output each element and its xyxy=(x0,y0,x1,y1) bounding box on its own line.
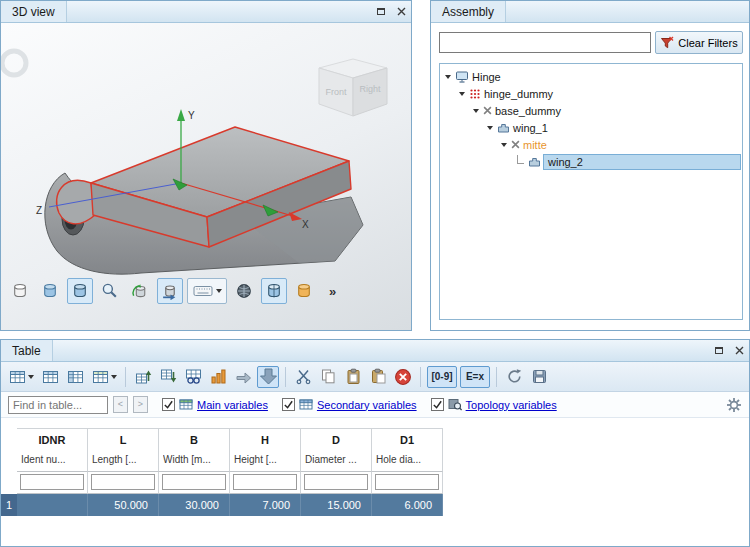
rotate-view-button[interactable] xyxy=(127,278,153,304)
transfer-down-button[interactable] xyxy=(257,366,279,388)
tree-item-base-dummy[interactable]: base_dummy xyxy=(440,102,742,119)
sort-columns-button[interactable] xyxy=(207,366,229,388)
column-header-d1[interactable]: D1Hole dia... xyxy=(372,428,443,472)
find-previous-button[interactable]: < xyxy=(113,396,128,413)
spin-cylinder-icon xyxy=(161,282,179,300)
filter-input-d[interactable] xyxy=(304,474,368,490)
find-next-button[interactable]: > xyxy=(133,396,148,413)
close-button[interactable] xyxy=(391,1,411,22)
checkbox xyxy=(282,398,295,411)
expander-icon[interactable] xyxy=(487,126,493,130)
solid-view-button[interactable] xyxy=(291,278,317,304)
close-icon xyxy=(735,346,744,355)
table-format-dropdown[interactable] xyxy=(89,366,119,388)
input-mode-dropdown[interactable] xyxy=(187,278,227,304)
tree-item-mitte[interactable]: mitte xyxy=(440,136,742,153)
table-row[interactable]: 1 50.000 30.000 7.000 15.000 6.000 xyxy=(1,494,443,516)
save-button[interactable] xyxy=(528,366,550,388)
table-layout-dropdown[interactable] xyxy=(6,366,36,388)
filter-input-d1[interactable] xyxy=(375,474,439,490)
cylinder-wireframe-button[interactable] xyxy=(7,278,33,304)
filter-input-idnr[interactable] xyxy=(20,474,84,490)
secondary-variables-label: Secondary variables xyxy=(317,399,417,411)
dock-button[interactable] xyxy=(371,1,391,22)
3d-view-panel: 3D view Front Right xyxy=(0,0,412,331)
apply-right-button[interactable] xyxy=(232,366,254,388)
tree-connector xyxy=(517,155,524,164)
numeric-toggle-label: [0-9] xyxy=(431,371,452,382)
tab-3d-view[interactable]: 3D view xyxy=(1,1,67,22)
checkbox xyxy=(162,398,175,411)
close-button[interactable] xyxy=(729,340,749,361)
expander-icon[interactable] xyxy=(501,143,507,147)
row-number[interactable]: 1 xyxy=(1,494,17,516)
column-header-h[interactable]: HHeight [... xyxy=(230,428,301,472)
cell-d[interactable]: 15.000 xyxy=(301,494,372,516)
secondary-variables-checkbox[interactable]: Secondary variables xyxy=(282,398,417,411)
cylinder-shaded-edges-button[interactable] xyxy=(67,278,93,304)
expander-icon[interactable] xyxy=(445,75,451,79)
filter-input-l[interactable] xyxy=(91,474,155,490)
cell-idnr[interactable] xyxy=(17,494,88,516)
filter-input-b[interactable] xyxy=(162,474,226,490)
column-header-idnr[interactable]: IDNRIdent nu... xyxy=(17,428,88,472)
column-header-d[interactable]: DDiameter ... xyxy=(301,428,372,472)
chevron-down-icon xyxy=(111,375,117,379)
table-settings-button[interactable] xyxy=(726,397,742,413)
toolbar-overflow-button[interactable]: » xyxy=(325,284,340,299)
table-view-b-button[interactable] xyxy=(64,366,86,388)
clip-view-button[interactable] xyxy=(261,278,287,304)
row-down-icon xyxy=(160,368,177,385)
cylinder-light-icon xyxy=(11,282,29,300)
refresh-button[interactable] xyxy=(503,366,525,388)
paste-contents-button[interactable] xyxy=(367,366,389,388)
spin-view-button[interactable] xyxy=(157,278,183,304)
zoom-button[interactable] xyxy=(97,278,123,304)
assembly-filter-input[interactable] xyxy=(439,32,651,53)
tree-item-wing-1[interactable]: wing_1 xyxy=(440,119,742,136)
main-variables-checkbox[interactable]: Main variables xyxy=(162,398,268,411)
column-header-l[interactable]: LLength [... xyxy=(88,428,159,472)
expander-icon[interactable] xyxy=(473,109,479,113)
topology-variables-checkbox[interactable]: Topology variables xyxy=(431,398,557,411)
titlebar-space xyxy=(67,1,371,22)
table-view-a-button[interactable] xyxy=(39,366,61,388)
cell-l[interactable]: 50.000 xyxy=(88,494,159,516)
cylinder-shaded-button[interactable] xyxy=(37,278,63,304)
mesh-view-button[interactable] xyxy=(231,278,257,304)
insert-row-below-button[interactable] xyxy=(157,366,179,388)
cut-button[interactable] xyxy=(292,366,314,388)
copy-button[interactable] xyxy=(317,366,339,388)
expander-icon[interactable] xyxy=(459,92,465,96)
cell-d1[interactable]: 6.000 xyxy=(372,494,443,516)
tree-item-hinge-dummy[interactable]: hinge_dummy xyxy=(440,85,742,102)
table-icon xyxy=(92,369,109,385)
column-header-b[interactable]: BWidth [m... xyxy=(159,428,230,472)
formula-toggle-label: E=x xyxy=(466,371,484,382)
titlebar-space xyxy=(53,340,709,361)
3d-viewport[interactable]: Front Right xyxy=(1,23,411,330)
insert-row-above-button[interactable] xyxy=(132,366,154,388)
cell-h[interactable]: 7.000 xyxy=(230,494,301,516)
chevron-down-icon xyxy=(216,289,222,293)
tab-assembly[interactable]: Assembly xyxy=(431,1,506,22)
toggle-numeric-button[interactable]: [0-9] xyxy=(427,366,457,388)
assembly-panel: Assembly Clear Filters Hinge hinge_dummy xyxy=(430,0,750,331)
cancel-button[interactable] xyxy=(392,366,414,388)
tree-item-label: hinge_dummy xyxy=(484,88,553,100)
table-inspect-button[interactable] xyxy=(182,366,204,388)
clear-filter-icon xyxy=(660,36,674,50)
tree-item-hinge[interactable]: Hinge xyxy=(440,68,742,85)
tree-item-label: base_dummy xyxy=(495,105,561,117)
nav-wheel-icon[interactable] xyxy=(2,51,26,75)
dock-button[interactable] xyxy=(709,340,729,361)
view-cube[interactable]: Front Right xyxy=(319,59,387,116)
tree-item-wing-2[interactable]: wing_2 xyxy=(440,153,742,170)
paste-button[interactable] xyxy=(342,366,364,388)
tab-table[interactable]: Table xyxy=(1,340,53,361)
cell-b[interactable]: 30.000 xyxy=(159,494,230,516)
filter-input-h[interactable] xyxy=(233,474,297,490)
toggle-formula-button[interactable]: E=x xyxy=(460,366,490,388)
find-in-table-input[interactable] xyxy=(8,396,108,414)
clear-filters-button[interactable]: Clear Filters xyxy=(655,31,743,54)
